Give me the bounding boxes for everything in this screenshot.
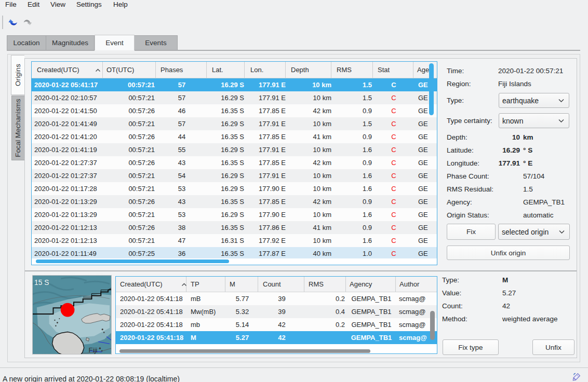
svg-text:15 S: 15 S [34, 278, 49, 286]
svg-text:Fiji: Fiji [89, 346, 98, 354]
